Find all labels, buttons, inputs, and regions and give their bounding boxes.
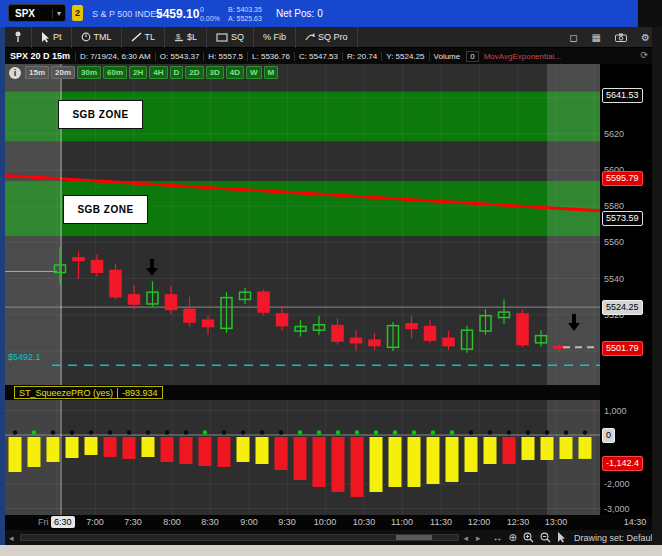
time-axis-selected: 6:30 [51,516,75,528]
price-bubble: 5501.79 [602,341,643,356]
tf-chip-60m[interactable]: 60m [103,66,127,79]
camera-icon[interactable] [615,33,627,42]
pointer-tool-button[interactable]: Pt [32,27,72,48]
squeeze-study-box[interactable]: ST_SqueezePRO (yes) -893.934 [14,386,163,399]
price-chart-panel[interactable]: i 15m 20m 30m 60m 2H 4H D 2D 3D 4D W M S… [5,64,600,385]
header-date: D: 7/19/24, 6:30 AM [75,52,155,61]
tf-chip-2h[interactable]: 2H [129,66,147,79]
last-price: 5459.10 [156,7,199,21]
indicator-tick: 1,000 [604,406,627,416]
scroll-right-small-icon[interactable]: ▸ [472,533,485,543]
sgb-zone-label-upper[interactable]: SGB ZONE [58,100,143,129]
tf-chip-4h[interactable]: 4H [149,66,167,79]
tf-chip-d[interactable]: D [170,66,184,79]
sgb-zone-label-lower[interactable]: SGB ZONE [63,195,148,224]
squeeze-indicator-panel[interactable] [5,400,600,515]
header-high: H: 5557.5 [203,52,247,61]
squeeze-histogram-bar [142,437,155,457]
support-price-label: $5492.1 [8,352,41,362]
zoom-out-icon[interactable] [540,532,551,543]
fib-tool-button[interactable]: % Fib [254,27,296,48]
info-icon[interactable]: i [9,67,21,79]
candle-down [332,326,343,341]
time-tick: 9:30 [278,517,296,527]
sq-pro-tool-button[interactable]: SQ Pro [296,27,358,48]
header-study-label[interactable]: MovAvgExponential... [479,52,561,61]
chevron-down-icon[interactable]: ▾ [52,9,65,18]
candle-down [258,292,269,312]
squeeze-histogram-bar [560,437,573,459]
tf-chip-2d[interactable]: 2D [185,66,203,79]
timeframe-row: i 15m 20m 30m 60m 2H 4H D 2D 3D 4D W M [9,66,278,79]
header-volume-value: 0 [466,51,478,62]
square-tool-button[interactable]: SQ [207,27,254,48]
tf-chip-4d[interactable]: 4D [226,66,244,79]
squeeze-histogram-bar [237,437,250,462]
grid-layout-icon[interactable]: ▦ [592,32,601,43]
cursor-mode-icon[interactable] [557,532,566,543]
fit-horizontal-icon[interactable]: ↔ [493,532,503,543]
down-arrow-head [146,268,158,276]
squeeze-on-dot [279,430,283,434]
window-bottom-strip [0,545,662,556]
detach-icon[interactable]: ◻ [569,32,577,43]
squeeze-histogram-bar [351,437,364,497]
tml-tool-button[interactable]: TML [72,27,122,48]
price-bubble: 5573.59 [602,211,643,226]
candle-down [369,340,380,345]
zoom-in-icon[interactable] [523,532,534,543]
time-tick: 13:00 [545,517,568,527]
trendline-tool-button[interactable]: TL [122,27,166,48]
time-axis[interactable]: Fri 6:30 7:007:308:008:309:009:3010:0010… [5,515,662,530]
squeeze-on-dot [13,430,17,434]
squeeze-histogram-bar [389,437,402,487]
time-tick: 7:00 [86,517,104,527]
scroll-left-small-icon[interactable]: ◂ [459,533,472,543]
squeeze-histogram-bar [294,437,307,480]
pin-button[interactable] [5,27,32,48]
header-range: R: 20.74 [342,52,381,61]
tf-chip-15m[interactable]: 15m [25,66,49,79]
link-color-badge[interactable]: 2 [72,5,83,21]
squeeze-fired-dot [412,430,416,434]
tf-chip-3d[interactable]: 3D [206,66,224,79]
tf-chip-30m[interactable]: 30m [77,66,101,79]
squeeze-on-dot [146,430,150,434]
rectangle-icon [216,33,228,42]
price-level-tool-button[interactable]: $ $L [165,27,207,48]
squeeze-histogram-bar [541,437,554,460]
chart-menu-icon[interactable]: ⟳ [640,50,648,60]
tf-chip-w[interactable]: W [246,66,262,79]
squeeze-on-dot [241,430,245,434]
squeeze-fired-dot [374,430,378,434]
squeeze-histogram-bar [370,437,383,492]
time-tick: 11:00 [391,517,413,527]
squeeze-histogram-bar [332,437,345,492]
indicator-bubble: 0 [602,428,615,443]
tf-chip-m[interactable]: M [264,66,279,79]
candle-down [425,327,436,341]
scrollbar-handle[interactable] [396,535,432,540]
svg-text:$: $ [176,32,181,41]
scroll-left-icon[interactable]: ◂ [5,533,18,543]
squeeze-histogram-bar [104,437,117,457]
tf-chip-20m[interactable]: 20m [51,66,75,79]
time-tick: 11:30 [430,517,452,527]
squeeze-study-value: -893.934 [117,388,162,398]
time-tick: 12:00 [468,517,491,527]
chart-header: SPX 20 D 15m D: 7/19/24, 6:30 AM O: 5543… [5,48,662,64]
chart-scrollbar[interactable] [20,534,460,541]
down-arrow-drawing[interactable] [146,259,158,276]
bid-value: B: 5403.35 [228,5,262,14]
price-axis[interactable]: 564056205600558055605540552055005641.535… [600,64,652,515]
gear-icon[interactable]: ⚙ [641,32,650,43]
fit-all-icon[interactable]: ⊕ [509,532,517,543]
squeeze-on-dot [488,430,492,434]
tml-tool-label: TML [94,32,112,42]
drawing-set-label[interactable]: Drawing set: Default [574,533,655,543]
window-right-frame [652,27,662,545]
bid-ask-block: B: 5403.35 A: 5525.63 [228,5,262,23]
candle-down [203,320,214,326]
symbol-selector[interactable]: SPX ▾ [8,4,66,22]
price-tick: 5560 [604,237,624,247]
